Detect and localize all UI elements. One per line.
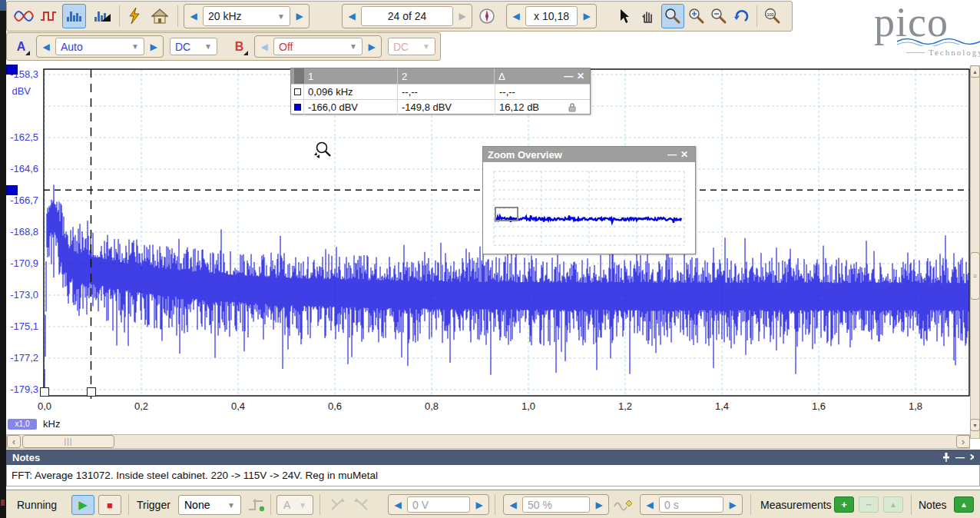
hand-tool-button[interactable] [637, 4, 660, 28]
trigger-source-dropdown[interactable]: A ▼ [276, 495, 313, 515]
zoom-in-tool-button[interactable] [686, 4, 707, 28]
close-icon[interactable]: ✕ [574, 71, 587, 81]
auto-setup-button[interactable] [123, 4, 146, 28]
horizontal-scrollbar-thumb[interactable]: ||| [22, 435, 114, 448]
buffer-overview-button[interactable] [475, 5, 498, 28]
home-settings-button[interactable] [148, 4, 171, 28]
channel-a-range-dropdown[interactable]: Auto ▼ [55, 38, 144, 55]
channel-b-range-dropdown[interactable]: Off ▼ [273, 38, 363, 55]
trigger-edge-button[interactable] [247, 497, 266, 516]
buffer-prev-button[interactable]: ◀ [344, 11, 359, 22]
channel-b-range-next-button[interactable]: ▶ [364, 42, 379, 52]
trigger-diamond-button[interactable] [614, 497, 634, 516]
ruler-handle-x0[interactable] [40, 387, 49, 397]
ruler-y-row: -166,0 dBV -149,8 dBV 16,12 dB [291, 99, 590, 115]
pre-trigger-down-button[interactable]: ◀ [505, 500, 521, 510]
trigger-delay-up-button[interactable]: ▶ [725, 500, 740, 510]
remove-measurement-button[interactable]: − [859, 496, 879, 513]
pre-trigger-field[interactable]: 50 % [522, 496, 590, 513]
zoom-overview-window[interactable]: Zoom Overview — ✕ [482, 146, 696, 254]
minimize-icon[interactable]: — [955, 452, 965, 463]
arrow-right-icon: › [962, 437, 965, 447]
ruler-handle-x1[interactable] [87, 387, 96, 397]
minimize-icon[interactable]: — [666, 149, 678, 160]
scope-view-button[interactable] [12, 4, 35, 28]
undo-zoom-button[interactable] [730, 4, 752, 28]
zoom-out-tool-button[interactable] [708, 4, 730, 28]
channel-b-coupling-dropdown[interactable]: DC ▼ [388, 38, 435, 55]
zoom-factor-field[interactable]: x 10,18 [525, 6, 578, 26]
ruler-x1-value: 0,096 kHz [303, 85, 397, 99]
channel-a-coupling-dropdown[interactable]: DC ▼ [170, 38, 217, 55]
sine-wave-icon [14, 9, 34, 23]
channel-b-range-prev-button[interactable]: ◀ [257, 42, 272, 52]
zoom-factor-up-button[interactable]: ▶ [579, 11, 594, 22]
channel-a-range-next-button[interactable]: ▶ [146, 42, 161, 52]
buffer-position-field[interactable]: 24 of 24 [361, 6, 453, 26]
spectrum-alt-view-button[interactable] [90, 4, 114, 28]
pointer-tool-button[interactable] [614, 4, 635, 28]
zoom-marquee-icon [664, 8, 681, 25]
add-measurement-button[interactable]: + [834, 496, 854, 513]
buffer-next-button[interactable]: ▶ [455, 11, 470, 22]
marquee-zoom-tool-button[interactable] [661, 4, 684, 28]
persistence-view-button[interactable] [36, 4, 60, 28]
close-icon[interactable]: ✕ [678, 149, 690, 160]
edit-measurement-button[interactable]: ▲ [883, 496, 903, 513]
ruler-legend-window[interactable]: 1 2 Δ — ✕ 0,096 kHz --,-- --,-- -166,0 d… [290, 68, 591, 115]
spectrum-range-next-button[interactable]: ▶ [292, 11, 307, 22]
trigger-delay-down-button[interactable]: ◀ [642, 500, 657, 510]
spectrum-bars-alt-icon [93, 10, 111, 22]
spectrum-view-button[interactable] [62, 4, 86, 28]
x-axis-tick-label: 1,4 [705, 400, 739, 412]
channel-b-options-button[interactable]: B [228, 35, 250, 58]
channel-a-range-prev-button[interactable]: ◀ [38, 42, 54, 52]
background-window-fragment [0, 0, 6, 11]
x-axis-multiplier-badge[interactable]: x1,0 [8, 419, 37, 430]
channel-a-options-button[interactable]: A [10, 35, 32, 58]
marker-rulers-alt-button[interactable] [352, 497, 370, 516]
ruler-xdelta-value: --,-- [495, 85, 579, 99]
trigger-mode-dropdown[interactable]: None ▼ [178, 495, 241, 515]
notes-toggle-button[interactable]: ▲ [954, 496, 974, 513]
trigger-level-up-button[interactable]: ▶ [472, 500, 487, 510]
trigger-delay-field[interactable]: 0 s [659, 496, 723, 513]
chevron-down-icon: ▼ [422, 42, 430, 51]
notes-text-area[interactable]: FFT: Average 131072. Inside steel cabine… [6, 465, 980, 486]
marker-rulers-button[interactable] [329, 497, 347, 516]
ruler-legend-header[interactable]: 1 2 Δ — ✕ [291, 68, 590, 84]
chevron-down-icon: ▼ [349, 42, 357, 51]
spectrum-chart[interactable]: dBV x1,0 kHz 1 2 Δ — ✕ 0,096 kHz --,-- -… [0, 61, 980, 450]
zoom-factor-down-button[interactable]: ◀ [508, 11, 524, 22]
notes-panel-header[interactable]: Notes — ✕ [6, 450, 980, 465]
scroll-right-button[interactable]: › [956, 435, 970, 448]
trigger-level-field[interactable]: 0 V [407, 496, 470, 513]
zoom-factor-control: ◀ x 10,18 ▶ [506, 4, 597, 28]
lock-icon[interactable] [568, 102, 576, 112]
pre-trigger-up-button[interactable]: ▶ [591, 500, 607, 510]
start-capture-button[interactable]: ▶ [71, 495, 94, 515]
zoom-100-button[interactable]: 100 [761, 4, 784, 28]
arrow-left-icon: ‹ [12, 437, 15, 447]
scroll-up-button[interactable]: ▲ [970, 65, 980, 78]
vertical-scrollbar-thumb[interactable]: ≡ [970, 252, 980, 300]
trigger-level-down-button[interactable]: ◀ [390, 500, 406, 510]
notes-panel-title: Notes [12, 452, 40, 463]
buffer-position-value: 24 of 24 [388, 10, 427, 22]
ruler-col-2: 2 [397, 68, 494, 84]
stop-capture-button[interactable]: ■ [98, 495, 121, 515]
horizontal-scrollbar[interactable] [6, 434, 970, 449]
ruler-handle-y1[interactable] [6, 185, 18, 195]
close-icon[interactable]: ✕ [969, 452, 974, 463]
scroll-down-button[interactable]: ▼ [970, 419, 980, 431]
trigger-label: Trigger [137, 499, 171, 511]
spectrum-range-dropdown[interactable]: 20 kHz ▼ [203, 6, 290, 26]
pico-waves-icon [897, 37, 980, 46]
minimize-icon[interactable]: — [562, 71, 574, 81]
zoom-overview-selection-rect[interactable] [495, 207, 518, 221]
scroll-left-button[interactable]: ‹ [7, 435, 21, 448]
spectrum-range-prev-button[interactable]: ◀ [186, 11, 201, 22]
ruler-handle-y2[interactable] [6, 65, 18, 75]
zoom-overview-header[interactable]: Zoom Overview — ✕ [483, 147, 695, 162]
pin-icon[interactable] [942, 452, 951, 463]
